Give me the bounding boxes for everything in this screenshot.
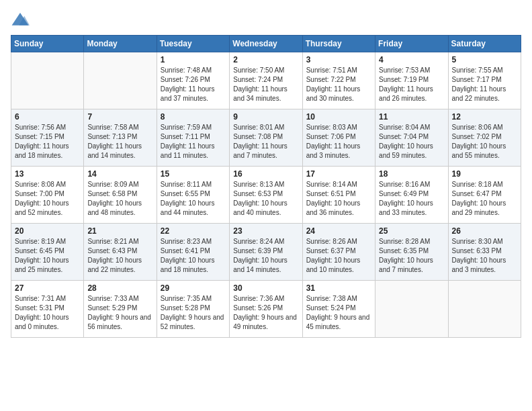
day-number: 31 — [306, 283, 371, 293]
calendar-cell: 4Sunrise: 7:53 AM Sunset: 7:19 PM Daylig… — [375, 52, 448, 109]
weekday-header-saturday: Saturday — [448, 36, 521, 52]
day-number: 10 — [306, 112, 371, 122]
cell-info: Sunrise: 7:48 AM Sunset: 7:26 PM Dayligh… — [161, 66, 226, 103]
weekday-header-tuesday: Tuesday — [157, 36, 229, 52]
calendar-row-0: 1Sunrise: 7:48 AM Sunset: 7:26 PM Daylig… — [11, 52, 521, 109]
cell-info: Sunrise: 8:11 AM Sunset: 6:55 PM Dayligh… — [161, 180, 226, 218]
day-number: 4 — [379, 55, 444, 64]
day-number: 12 — [452, 112, 517, 122]
calendar-cell: 16Sunrise: 8:13 AM Sunset: 6:53 PM Dayli… — [230, 167, 302, 224]
logo-icon — [11, 11, 30, 30]
day-number: 22 — [161, 226, 226, 236]
calendar-cell: 28Sunrise: 7:33 AM Sunset: 5:29 PM Dayli… — [84, 281, 157, 338]
cell-info: Sunrise: 8:08 AM Sunset: 7:00 PM Dayligh… — [15, 180, 80, 218]
day-number: 15 — [161, 169, 226, 179]
cell-info: Sunrise: 8:26 AM Sunset: 6:37 PM Dayligh… — [306, 237, 371, 275]
weekday-header-wednesday: Wednesday — [230, 36, 302, 52]
cell-info: Sunrise: 7:31 AM Sunset: 5:31 PM Dayligh… — [15, 294, 80, 332]
calendar-cell: 24Sunrise: 8:26 AM Sunset: 6:37 PM Dayli… — [302, 224, 375, 281]
weekday-header-sunday: Sunday — [11, 36, 84, 52]
weekday-header-friday: Friday — [375, 36, 448, 52]
cell-info: Sunrise: 8:01 AM Sunset: 7:08 PM Dayligh… — [233, 123, 298, 161]
cell-info: Sunrise: 7:59 AM Sunset: 7:11 PM Dayligh… — [161, 123, 226, 161]
calendar-cell: 21Sunrise: 8:21 AM Sunset: 6:43 PM Dayli… — [84, 224, 157, 281]
calendar-cell: 19Sunrise: 8:18 AM Sunset: 6:47 PM Dayli… — [448, 167, 521, 224]
calendar-cell: 18Sunrise: 8:16 AM Sunset: 6:49 PM Dayli… — [375, 167, 448, 224]
calendar-cell: 11Sunrise: 8:04 AM Sunset: 7:04 PM Dayli… — [375, 109, 448, 167]
day-number: 9 — [233, 112, 298, 122]
calendar-cell: 2Sunrise: 7:50 AM Sunset: 7:24 PM Daylig… — [230, 52, 302, 109]
calendar-cell: 14Sunrise: 8:09 AM Sunset: 6:58 PM Dayli… — [84, 167, 157, 224]
calendar-cell: 31Sunrise: 7:38 AM Sunset: 5:24 PM Dayli… — [302, 281, 375, 338]
cell-info: Sunrise: 7:58 AM Sunset: 7:13 PM Dayligh… — [87, 123, 152, 161]
cell-info: Sunrise: 8:28 AM Sunset: 6:35 PM Dayligh… — [379, 237, 444, 275]
cell-info: Sunrise: 7:36 AM Sunset: 5:26 PM Dayligh… — [233, 294, 298, 332]
calendar-cell: 9Sunrise: 8:01 AM Sunset: 7:08 PM Daylig… — [230, 109, 302, 167]
calendar-cell: 3Sunrise: 7:51 AM Sunset: 7:22 PM Daylig… — [302, 52, 375, 109]
cell-info: Sunrise: 7:35 AM Sunset: 5:28 PM Dayligh… — [161, 294, 226, 332]
day-number: 27 — [15, 283, 80, 293]
day-number: 13 — [15, 169, 80, 179]
cell-info: Sunrise: 8:18 AM Sunset: 6:47 PM Dayligh… — [452, 180, 517, 218]
calendar-cell: 5Sunrise: 7:55 AM Sunset: 7:17 PM Daylig… — [448, 52, 521, 109]
weekday-header-row: SundayMondayTuesdayWednesdayThursdayFrid… — [11, 36, 521, 52]
cell-info: Sunrise: 8:13 AM Sunset: 6:53 PM Dayligh… — [233, 180, 298, 218]
cell-info: Sunrise: 7:56 AM Sunset: 7:15 PM Dayligh… — [15, 123, 80, 161]
day-number: 19 — [452, 169, 517, 179]
day-number: 28 — [87, 283, 152, 293]
cell-info: Sunrise: 8:21 AM Sunset: 6:43 PM Dayligh… — [87, 237, 152, 275]
day-number: 11 — [379, 112, 444, 122]
day-number: 26 — [452, 226, 517, 236]
calendar-cell: 10Sunrise: 8:03 AM Sunset: 7:06 PM Dayli… — [302, 109, 375, 167]
logo — [11, 11, 32, 30]
weekday-header-monday: Monday — [84, 36, 157, 52]
calendar-cell: 30Sunrise: 7:36 AM Sunset: 5:26 PM Dayli… — [230, 281, 302, 338]
weekday-header-thursday: Thursday — [302, 36, 375, 52]
cell-info: Sunrise: 8:19 AM Sunset: 6:45 PM Dayligh… — [15, 237, 80, 275]
calendar-cell — [11, 52, 84, 109]
calendar-cell: 6Sunrise: 7:56 AM Sunset: 7:15 PM Daylig… — [11, 109, 84, 167]
cell-info: Sunrise: 8:23 AM Sunset: 6:41 PM Dayligh… — [161, 237, 226, 275]
calendar-cell: 23Sunrise: 8:24 AM Sunset: 6:39 PM Dayli… — [230, 224, 302, 281]
cell-info: Sunrise: 7:50 AM Sunset: 7:24 PM Dayligh… — [233, 66, 298, 103]
day-number: 23 — [233, 226, 298, 236]
day-number: 25 — [379, 226, 444, 236]
day-number: 6 — [15, 112, 80, 122]
day-number: 16 — [233, 169, 298, 179]
cell-info: Sunrise: 8:30 AM Sunset: 6:33 PM Dayligh… — [452, 237, 517, 275]
day-number: 8 — [161, 112, 226, 122]
day-number: 24 — [306, 226, 371, 236]
calendar-cell — [375, 281, 448, 338]
day-number: 17 — [306, 169, 371, 179]
calendar-cell: 20Sunrise: 8:19 AM Sunset: 6:45 PM Dayli… — [11, 224, 84, 281]
calendar-row-3: 20Sunrise: 8:19 AM Sunset: 6:45 PM Dayli… — [11, 224, 521, 281]
calendar-table: SundayMondayTuesdayWednesdayThursdayFrid… — [11, 35, 521, 338]
day-number: 3 — [306, 55, 371, 64]
calendar-cell — [448, 281, 521, 338]
day-number: 2 — [233, 55, 298, 64]
day-number: 1 — [161, 55, 226, 64]
calendar-cell: 1Sunrise: 7:48 AM Sunset: 7:26 PM Daylig… — [157, 52, 229, 109]
calendar-cell: 27Sunrise: 7:31 AM Sunset: 5:31 PM Dayli… — [11, 281, 84, 338]
calendar-cell: 17Sunrise: 8:14 AM Sunset: 6:51 PM Dayli… — [302, 167, 375, 224]
day-number: 21 — [87, 226, 152, 236]
calendar-cell: 13Sunrise: 8:08 AM Sunset: 7:00 PM Dayli… — [11, 167, 84, 224]
calendar-row-4: 27Sunrise: 7:31 AM Sunset: 5:31 PM Dayli… — [11, 281, 521, 338]
cell-info: Sunrise: 7:55 AM Sunset: 7:17 PM Dayligh… — [452, 66, 517, 103]
day-number: 14 — [87, 169, 152, 179]
calendar-cell: 8Sunrise: 7:59 AM Sunset: 7:11 PM Daylig… — [157, 109, 229, 167]
cell-info: Sunrise: 8:09 AM Sunset: 6:58 PM Dayligh… — [87, 180, 152, 218]
calendar-cell — [84, 52, 157, 109]
calendar-cell: 22Sunrise: 8:23 AM Sunset: 6:41 PM Dayli… — [157, 224, 229, 281]
cell-info: Sunrise: 7:53 AM Sunset: 7:19 PM Dayligh… — [379, 66, 444, 103]
calendar-cell: 15Sunrise: 8:11 AM Sunset: 6:55 PM Dayli… — [157, 167, 229, 224]
day-number: 30 — [233, 283, 298, 293]
cell-info: Sunrise: 8:16 AM Sunset: 6:49 PM Dayligh… — [379, 180, 444, 218]
day-number: 5 — [452, 55, 517, 64]
cell-info: Sunrise: 8:04 AM Sunset: 7:04 PM Dayligh… — [379, 123, 444, 161]
calendar-row-1: 6Sunrise: 7:56 AM Sunset: 7:15 PM Daylig… — [11, 109, 521, 167]
calendar-row-2: 13Sunrise: 8:08 AM Sunset: 7:00 PM Dayli… — [11, 167, 521, 224]
calendar-cell: 29Sunrise: 7:35 AM Sunset: 5:28 PM Dayli… — [157, 281, 229, 338]
day-number: 7 — [87, 112, 152, 122]
cell-info: Sunrise: 7:33 AM Sunset: 5:29 PM Dayligh… — [87, 294, 152, 332]
